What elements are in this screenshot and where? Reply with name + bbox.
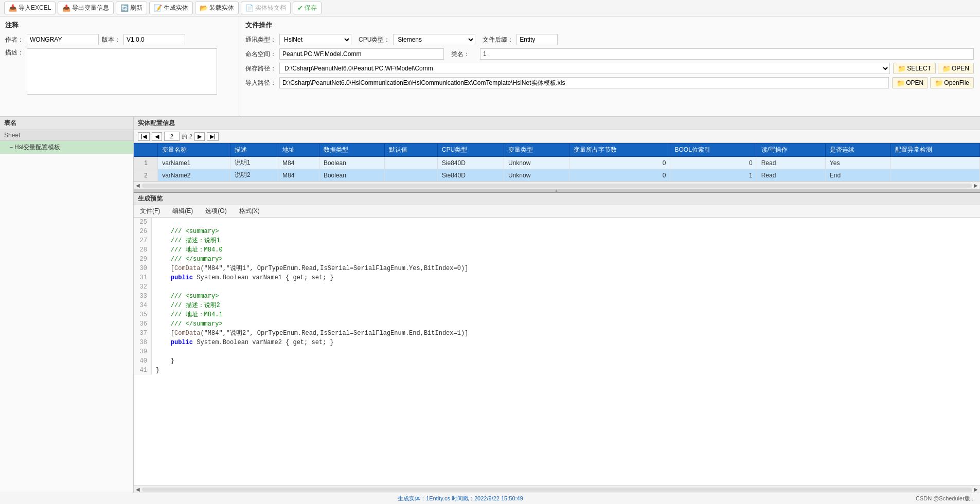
refresh-button[interactable]: 🔄 刷新 (116, 2, 147, 14)
row-data-type-1: Boolean (319, 157, 384, 169)
row-data-type-2: Boolean (319, 169, 384, 182)
code-section: 生成预览 文件(F) 编辑(E) 选项(O) 格式(X) 25 26 (134, 192, 980, 493)
cpu-type-select[interactable]: Siemens (393, 34, 475, 45)
author-label: 作者： (5, 35, 24, 44)
export-vars-button[interactable]: 📤 导出变量信息 (58, 2, 114, 14)
code-line-35: 35 /// 地址：M84.1 (134, 310, 980, 319)
row-continuous-1: Yes (825, 157, 890, 169)
code-line-37: 37 [ComData("M84","说明2", OprTypeEnum.Rea… (134, 329, 980, 338)
row-cpu-type-2: Sie840D (437, 169, 504, 182)
class-name-input[interactable] (480, 48, 974, 60)
code-line-41: 41 } (134, 366, 980, 375)
list-item[interactable]: －Hsl变量配置模板 (0, 141, 133, 154)
gen-entity-button[interactable]: 📝 生成实体 (149, 2, 193, 14)
save-button[interactable]: ✔ 保存 (293, 2, 322, 14)
code-line-25: 25 (134, 218, 980, 227)
import-path-label: 导入路径： (245, 79, 276, 87)
author-input[interactable] (27, 34, 99, 45)
row-continuous-2: End (825, 169, 890, 182)
row-cpu-type-1: Sie840D (437, 157, 504, 169)
load-entity-button[interactable]: 📂 装载实体 (195, 2, 239, 14)
row-num-2: 2 (134, 169, 158, 182)
version-input[interactable] (123, 34, 185, 45)
top-section: 注释 作者： 版本： 描述： 文件操作 通讯类型： HslNet CPU类型： (0, 16, 980, 117)
status-brand: CSDN @Scheduler版... (916, 495, 975, 502)
doc-icon: 📄 (245, 4, 254, 12)
page-last-button[interactable]: ▶| (207, 132, 219, 141)
page-total: 2 (189, 133, 192, 139)
table-list: 表名 Sheet －Hsl变量配置模板 (0, 117, 134, 493)
namespace-input[interactable] (279, 48, 444, 60)
row-byte-count-2: 0 (569, 169, 670, 182)
data-section: 实体配置信息 |◀ ◀ 的 2 ▶ ▶| 变量名称 描述 (134, 117, 980, 493)
folder-icon-3: 📁 (897, 79, 905, 87)
code-preview-header: 生成预览 (134, 193, 980, 205)
code-scroll-left[interactable]: ◀ (136, 487, 140, 492)
code-area[interactable]: 25 26 /// <summary> 27 /// 描述：说明1 (134, 218, 980, 485)
row-error-check-1 (890, 157, 980, 169)
code-scroll-right[interactable]: ▶ (974, 487, 978, 492)
table-row[interactable]: 1 varName1 说明1 M84 Boolean Sie840D Unkno… (134, 157, 980, 169)
code-line-31: 31 public System.Boolean varName1 { get;… (134, 273, 980, 282)
row-bool-index-1: 0 (670, 157, 757, 169)
notes-panel: 注释 作者： 版本： 描述： (0, 16, 239, 116)
status-right-gen: 生成实体：1Entity.cs 时间戳：2022/9/22 15:50:49 (398, 495, 523, 502)
desc-textarea[interactable] (27, 48, 217, 95)
entity-to-doc-button[interactable]: 📄 实体转文档 (241, 2, 291, 14)
file-suffix-input[interactable] (516, 34, 558, 45)
row-num-1: 1 (134, 157, 158, 169)
row-rw-1: Read (757, 157, 825, 169)
export-icon: 📤 (62, 4, 70, 12)
desc-label: 描述： (5, 48, 24, 57)
col-data-type: 数据类型 (319, 143, 384, 157)
page-of-label: 的 (182, 133, 187, 140)
col-error-check: 配置异常检测 (890, 143, 980, 157)
row-var-type-2: Unknow (504, 169, 569, 182)
table-list-header: 表名 (0, 117, 133, 130)
row-address-2: M84 (278, 169, 319, 182)
page-next-button[interactable]: ▶ (194, 132, 205, 141)
row-default-1 (384, 157, 437, 169)
main-container: 注释 作者： 版本： 描述： 文件操作 通讯类型： HslNet CPU类型： (0, 16, 980, 504)
select-button[interactable]: 📁 SELECT (893, 63, 936, 74)
code-h-scroll[interactable]: ◀ ▶ (134, 485, 980, 493)
import-excel-button[interactable]: 📥 导入EXCEL (4, 2, 56, 14)
table-list-subheader: Sheet (0, 130, 133, 141)
open-save-button[interactable]: 📁 OPEN (938, 63, 974, 74)
page-prev-button[interactable]: ◀ (152, 132, 162, 141)
status-bar: 生成实体：1Entity.cs 时间戳：2022/9/22 15:50:49 C… (0, 493, 980, 504)
row-bool-index-2: 1 (670, 169, 757, 182)
row-var-name-2: varName2 (158, 169, 230, 182)
table-row[interactable]: 2 varName2 说明2 M84 Boolean Sie840D Unkno… (134, 169, 980, 182)
page-number-input[interactable] (164, 132, 180, 141)
row-var-type-1: Unknow (504, 157, 569, 169)
row-rw-2: Read (757, 169, 825, 182)
menu-format[interactable]: 格式(X) (233, 205, 266, 217)
comm-type-select[interactable]: HslNet (279, 34, 351, 45)
code-line-26: 26 /// <summary> (134, 227, 980, 236)
class-name-label: 类名： (451, 50, 477, 59)
open-import-button[interactable]: 📁 OPEN (892, 77, 928, 88)
gen-icon: 📝 (154, 4, 162, 12)
col-byte-count: 变量所占字节数 (569, 143, 670, 157)
open-file-button[interactable]: 📁 OpenFile (930, 77, 974, 88)
scroll-left-arrow[interactable]: ◀ (136, 183, 140, 188)
menu-file[interactable]: 文件(F) (134, 205, 166, 217)
code-line-33: 33 /// <summary> (134, 292, 980, 301)
scroll-right-arrow[interactable]: ▶ (974, 183, 978, 188)
menu-options[interactable]: 选项(O) (199, 205, 233, 217)
menu-edit[interactable]: 编辑(E) (166, 205, 199, 217)
page-first-button[interactable]: |◀ (138, 132, 150, 141)
save-path-select[interactable]: D:\Csharp\PeanutNet6.0\Peanut.PC.WF\Mode… (279, 63, 890, 74)
file-suffix-label: 文件后缀： (483, 35, 513, 44)
config-header: 实体配置信息 (134, 117, 980, 130)
namespace-label: 命名空间： (245, 50, 276, 59)
import-path-input[interactable] (279, 77, 889, 88)
col-num (134, 143, 158, 157)
folder-icon-1: 📁 (898, 65, 906, 73)
code-line-39: 39 (134, 347, 980, 356)
col-desc: 描述 (230, 143, 278, 157)
code-line-27: 27 /// 描述：说明1 (134, 236, 980, 245)
save-path-label: 保存路径： (245, 64, 276, 73)
col-continuous: 是否连续 (825, 143, 890, 157)
